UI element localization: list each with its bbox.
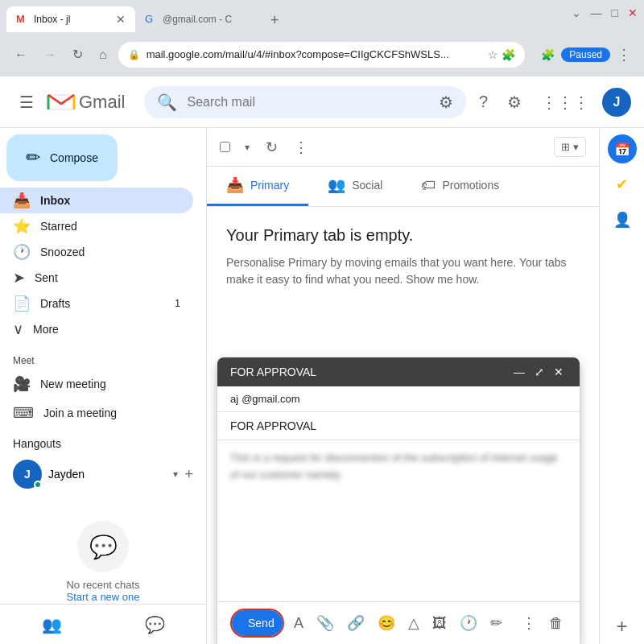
compose-body[interactable]: This is a request for disconnection of t…	[217, 440, 580, 601]
sidebar-item-more[interactable]: ∨ More	[0, 316, 193, 342]
right-sidebar-contacts[interactable]: 👤	[608, 205, 637, 234]
account-avatar[interactable]: J	[602, 88, 631, 117]
start-chat-link[interactable]: Start a new one	[66, 591, 139, 603]
hangouts-section-label: Hangouts	[13, 437, 61, 450]
gmail-header: ☰ Gmail 🔍 ⚙ ? ⚙ ⋮⋮⋮ J	[0, 76, 644, 128]
back-button[interactable]: ←	[10, 44, 32, 65]
emoji-button[interactable]: 😊	[374, 611, 398, 635]
help-button[interactable]: ?	[473, 86, 494, 118]
tab-close-1[interactable]: ✕	[116, 13, 126, 26]
hamburger-button[interactable]: ☰	[13, 86, 40, 118]
compose-button[interactable]: ✏ Compose	[6, 134, 118, 181]
url-bar[interactable]: 🔒 mail.google.com/mail/u/4/#inbox?compos…	[118, 42, 526, 68]
compose-subject-field[interactable]: FOR APPROVAL	[217, 412, 580, 440]
lock-icon: 🔒	[128, 49, 140, 60]
sent-label: Sent	[35, 271, 180, 284]
inbox-tabs: 📥 Primary 👥 Social 🏷 Promotions	[207, 167, 599, 207]
more-footer-button[interactable]: ⋮	[518, 611, 539, 635]
tab-primary[interactable]: 📥 Primary	[207, 167, 308, 206]
select-all-checkbox[interactable]	[220, 142, 230, 152]
refresh-button[interactable]: ↻	[261, 134, 283, 161]
bottom-chat-button[interactable]: 💬	[145, 615, 165, 634]
inbox-icon: 📥	[13, 192, 31, 209]
reload-button[interactable]: ↻	[68, 43, 88, 65]
search-filter-icon[interactable]: ⚙	[439, 93, 453, 112]
sidebar-item-new-meeting[interactable]: 🎥 New meeting	[0, 369, 193, 398]
compose-plus-icon: ✏	[26, 147, 40, 168]
send-button[interactable]: Send	[232, 610, 284, 636]
more-icon: ∨	[13, 320, 23, 338]
more-options-button[interactable]: ⋮	[289, 134, 313, 161]
home-button[interactable]: ⌂	[94, 44, 112, 65]
social-tab-label: Social	[352, 179, 382, 192]
sidebar-item-starred[interactable]: ⭐ Starred	[0, 213, 193, 239]
empty-state-title: Your Primary tab is empty.	[226, 226, 580, 245]
attach-button[interactable]: 📎	[313, 611, 337, 635]
close-control[interactable]: ✕	[628, 6, 638, 19]
snoozed-label: Snoozed	[40, 246, 180, 258]
sidebar-item-snoozed[interactable]: 🕐 Snoozed	[0, 239, 193, 265]
extension-button[interactable]: 🧩	[502, 48, 515, 61]
window-controls: ⌄ — □ ✕	[572, 6, 638, 19]
right-sidebar-tasks[interactable]: ✔	[608, 170, 637, 199]
sidebar-item-sent[interactable]: ➤ Sent	[0, 265, 193, 291]
apps-button[interactable]: ⋮⋮⋮	[535, 86, 596, 118]
empty-state-description: Personalise Primary by moving emails tha…	[226, 254, 580, 288]
compose-header[interactable]: FOR APPROVAL — ⤢ ✕	[217, 357, 580, 386]
sidebar-item-inbox[interactable]: 📥 Inbox	[0, 188, 193, 213]
layout-icon: ⊞	[561, 141, 570, 153]
toolbar: ▾ ↻ ⋮ ⊞ ▾	[207, 128, 599, 167]
select-dropdown-button[interactable]: ▾	[240, 137, 254, 158]
delete-compose-button[interactable]: 🗑	[546, 612, 567, 635]
forward-button[interactable]: →	[39, 44, 61, 65]
layout-dropdown: ▾	[573, 141, 579, 153]
bookmark-button[interactable]: ☆	[488, 48, 498, 61]
hangouts-status-dot	[34, 481, 42, 489]
tab-promotions[interactable]: 🏷 Promotions	[402, 167, 518, 206]
compose-to-label: aj	[230, 393, 238, 405]
sidebar-item-drafts[interactable]: 📄 Drafts 1	[0, 291, 193, 316]
tab-social[interactable]: 👥 Social	[308, 167, 402, 206]
new-tab-button[interactable]: +	[264, 9, 286, 32]
tab-inbox[interactable]: M Inbox - jl ✕	[6, 6, 135, 32]
compose-body-text: This is a request for disconnection of t…	[230, 450, 567, 484]
sidebar: ✏ Compose 📥 Inbox ⭐ Starred 🕐 Snoozed ➤ …	[0, 128, 206, 644]
search-input[interactable]	[187, 95, 428, 109]
compose-to-field[interactable]: aj @gmail.com	[217, 386, 580, 412]
format-button[interactable]: A	[291, 612, 307, 635]
photo-button[interactable]: 🖼	[429, 612, 450, 635]
compose-to-email: @gmail.com	[242, 393, 567, 405]
bottom-bar: 👥 💬	[0, 604, 206, 644]
bottom-people-button[interactable]: 👥	[42, 615, 62, 634]
schedule-button[interactable]: 🕐	[456, 611, 481, 635]
layout-selector[interactable]: ⊞ ▾	[554, 137, 586, 157]
menu-button[interactable]: ⋮	[613, 43, 634, 67]
maximize-control[interactable]: □	[612, 6, 618, 19]
right-sidebar-calendar[interactable]: 📅	[608, 134, 637, 163]
paused-button[interactable]: Paused	[561, 47, 610, 62]
signature-button[interactable]: ✏	[487, 611, 506, 635]
minimize-control[interactable]: —	[591, 6, 602, 19]
hangouts-section: Hangouts J Jayden ▾ +	[0, 427, 206, 502]
hangouts-user[interactable]: J Jayden ▾ +	[13, 453, 193, 495]
compose-close-button[interactable]: ✕	[551, 364, 567, 380]
tab-gmail[interactable]: G @gmail.com - C	[135, 6, 264, 32]
chevron-control[interactable]: ⌄	[572, 6, 581, 19]
extensions-button[interactable]: 🧩	[538, 45, 558, 64]
link-button[interactable]: 🔗	[344, 611, 368, 635]
header-actions: ? ⚙ ⋮⋮⋮ J	[473, 86, 631, 118]
drafts-count: 1	[175, 298, 180, 309]
right-sidebar-add-button[interactable]: +	[616, 615, 627, 638]
gmail-logo-icon	[47, 92, 76, 113]
send-icon: ➤	[13, 269, 25, 287]
drive-button[interactable]: △	[405, 611, 423, 635]
settings-button[interactable]: ⚙	[501, 86, 528, 118]
hangouts-add-button[interactable]: +	[184, 466, 193, 483]
compose-minimize-button[interactable]: —	[510, 364, 528, 380]
hangouts-chevron: ▾	[173, 469, 178, 480]
compose-label: Compose	[50, 151, 98, 164]
search-bar[interactable]: 🔍 ⚙	[144, 86, 465, 118]
address-bar: ← → ↻ ⌂ 🔒 mail.google.com/mail/u/4/#inbo…	[0, 32, 644, 76]
compose-maximize-button[interactable]: ⤢	[531, 364, 547, 380]
sidebar-item-join-meeting[interactable]: ⌨ Join a meeting	[0, 398, 193, 427]
